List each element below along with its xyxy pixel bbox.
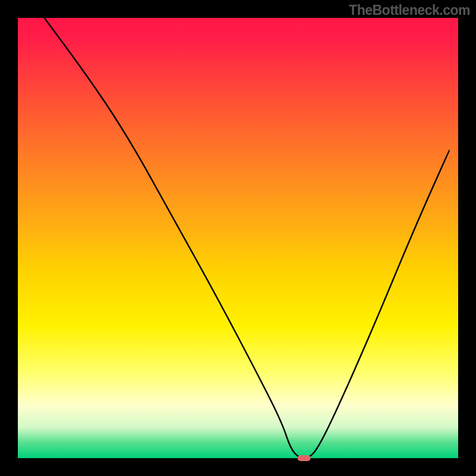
watermark-text: TheBottleneck.com [349,2,470,18]
optimal-marker [298,455,311,461]
plot-background [18,18,458,458]
chart-container: TheBottleneck.com [0,0,476,476]
bottleneck-chart [0,0,476,476]
